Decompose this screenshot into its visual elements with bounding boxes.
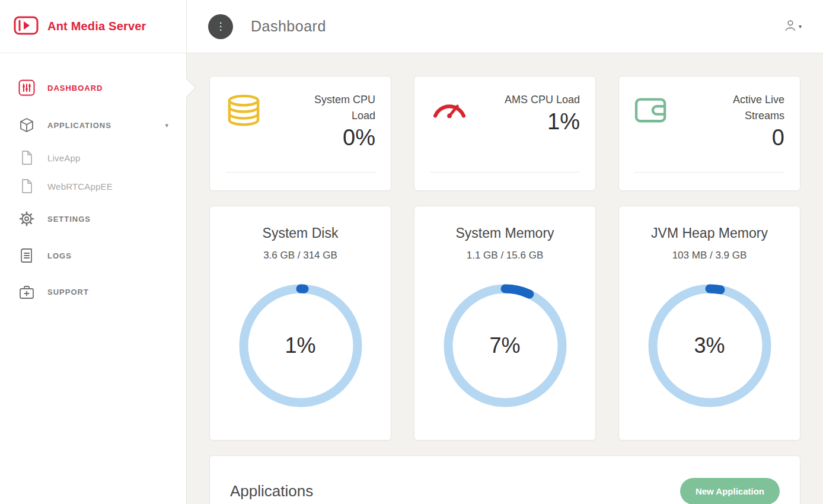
sidebar-item-applications[interactable]: APPLICATIONS ▾: [0, 107, 186, 143]
stat-label: AMS CPU Load: [505, 92, 580, 108]
brand-name: Ant Media Server: [47, 20, 146, 33]
gear-icon: [18, 211, 36, 227]
sidebar-item-liveapp[interactable]: LiveApp: [0, 143, 186, 172]
vertical-ellipsis-icon: ⋮: [216, 21, 226, 31]
stat-card-system-cpu: System CPU Load 0%: [209, 76, 391, 191]
stat-label: System CPU Load: [297, 92, 375, 124]
applications-title: Applications: [230, 482, 313, 500]
first-aid-icon: [18, 285, 36, 299]
topbar: ⋮ Dashboard ▾: [187, 0, 823, 53]
stat-value: 1%: [505, 109, 580, 135]
gauge-title: System Disk: [222, 225, 379, 241]
sidebar-item-label: DASHBOARD: [47, 84, 103, 92]
donut-percent-label: 7%: [444, 284, 567, 407]
sidebar-menu: DASHBOARD APPLICATIONS ▾: [0, 53, 186, 310]
gauge-icon: [430, 94, 469, 124]
sidebar-item-dashboard[interactable]: DASHBOARD: [0, 69, 186, 107]
file-icon: [18, 178, 36, 194]
sidebar-item-logs[interactable]: LOGS: [0, 237, 186, 274]
menu-toggle-button[interactable]: ⋮: [208, 14, 233, 39]
stat-cards-row: System CPU Load 0%: [209, 76, 800, 191]
sidebar-item-label: SETTINGS: [47, 215, 91, 224]
database-icon: [225, 94, 262, 130]
ant-media-logo-icon: [13, 14, 39, 40]
donut-chart: 7%: [444, 284, 567, 407]
sidebar-item-label: WebRTCAppEE: [47, 181, 113, 192]
donut-percent-label: 3%: [648, 284, 771, 407]
main-area: ⋮ Dashboard ▾: [187, 0, 823, 504]
sidebar-item-webrtcappee[interactable]: WebRTCAppEE: [0, 172, 186, 200]
card-divider: [225, 172, 375, 173]
stat-value: 0: [706, 125, 784, 151]
sidebar-item-settings[interactable]: SETTINGS: [0, 200, 186, 237]
card-divider: [634, 172, 784, 173]
gauge-subtitle: 3.6 GB / 314 GB: [222, 250, 379, 261]
page-title: Dashboard: [251, 18, 326, 35]
stat-value: 0%: [297, 125, 375, 151]
new-application-button[interactable]: New Application: [680, 478, 780, 504]
donut-chart: 1%: [239, 284, 362, 407]
card-divider: [430, 172, 580, 173]
sidebar: Ant Media Server DASHBOARD: [0, 0, 187, 504]
gauge-subtitle: 1.1 GB / 15.6 GB: [426, 250, 583, 261]
user-menu-button[interactable]: ▾: [784, 19, 802, 34]
caret-down-icon: ▾: [799, 23, 802, 30]
stat-card-active-streams: Active Live Streams 0: [618, 76, 800, 191]
app-root: Ant Media Server DASHBOARD: [0, 0, 823, 504]
gauge-cards-row: System Disk 3.6 GB / 314 GB 1% System Me…: [209, 206, 800, 441]
applications-section: Applications New Application: [209, 455, 800, 504]
file-icon: [18, 150, 36, 165]
dashboard-content: System CPU Load 0%: [187, 53, 823, 504]
dashboard-equalizer-icon: [18, 79, 36, 96]
stat-card-ams-cpu: AMS CPU Load 1%: [414, 76, 596, 191]
donut-percent-label: 1%: [239, 284, 362, 407]
sidebar-item-label: LiveApp: [47, 153, 81, 163]
wallet-icon: [634, 94, 670, 127]
brand[interactable]: Ant Media Server: [0, 0, 186, 53]
gauge-card-system-disk: System Disk 3.6 GB / 314 GB 1%: [209, 206, 391, 441]
sidebar-item-label: SUPPORT: [47, 288, 89, 296]
caret-down-icon: ▾: [165, 122, 168, 129]
person-icon: [784, 19, 797, 34]
gauge-card-jvm-heap: JVM Heap Memory 103 MB / 3.9 GB 3%: [618, 206, 800, 441]
stat-label: Active Live Streams: [706, 92, 784, 124]
gauge-title: System Memory: [426, 225, 583, 241]
gauge-title: JVM Heap Memory: [631, 225, 788, 241]
gauge-subtitle: 103 MB / 3.9 GB: [631, 250, 788, 261]
package-icon: [18, 117, 36, 133]
sidebar-item-label: APPLICATIONS: [47, 121, 111, 130]
sidebar-item-label: LOGS: [47, 251, 72, 260]
document-lines-icon: [18, 248, 36, 263]
gauge-card-system-memory: System Memory 1.1 GB / 15.6 GB 7%: [414, 206, 596, 441]
donut-chart: 3%: [648, 284, 771, 407]
sidebar-item-support[interactable]: SUPPORT: [0, 274, 186, 310]
